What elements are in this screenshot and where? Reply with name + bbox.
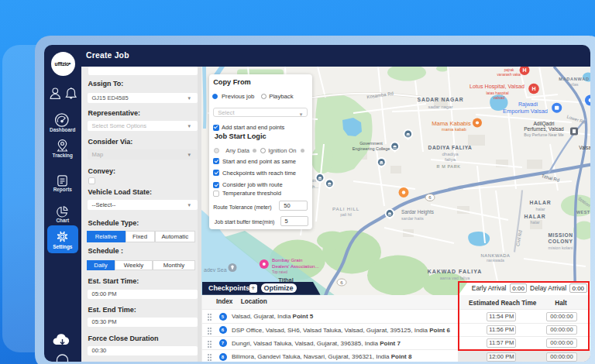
svg-text:Sardar Heights: Sardar Heights bbox=[401, 209, 434, 215]
svg-text:MISSION: MISSION bbox=[548, 232, 573, 238]
svg-text:HALAR: HALAR bbox=[524, 213, 546, 218]
svg-text:COLONY: COLONY bbox=[549, 239, 573, 244]
svg-text:H: H bbox=[522, 67, 526, 73]
svg-text:Emporium Valsad: Emporium Valsad bbox=[503, 107, 548, 114]
svg-text:HALAR: HALAR bbox=[530, 200, 552, 205]
svg-text:KAKWAD FALIYA: KAKWAD FALIYA bbox=[428, 269, 483, 274]
svg-text:pali hil: pali hil bbox=[340, 212, 352, 217]
svg-text:SADAR NAGAR: SADAR NAGAR bbox=[418, 97, 464, 102]
svg-text:pajrak: pajrak bbox=[504, 68, 514, 72]
svg-text:sadar nagar: sadar nagar bbox=[428, 104, 452, 108]
svg-text:R M PARK: R M PARK bbox=[437, 164, 461, 169]
svg-text:halar: halar bbox=[535, 206, 545, 211]
svg-text:Valsa: Valsa bbox=[579, 145, 590, 150]
svg-text:latas haspital: latas haspital bbox=[486, 90, 508, 94]
svg-text:Buy Perfume Near Me: Buy Perfume Near Me bbox=[524, 132, 563, 137]
svg-text:Dealers' Association...: Dealers' Association... bbox=[272, 263, 319, 268]
svg-text:DADIYA FALIYA: DADIYA FALIYA bbox=[428, 145, 473, 150]
svg-text:MADANWAD: MADANWAD bbox=[559, 76, 589, 81]
svg-text:halar: halar bbox=[530, 220, 539, 225]
svg-text:mama kabab: mama kabab bbox=[442, 126, 466, 131]
svg-text:Top rated: Top rated bbox=[272, 270, 287, 273]
svg-text:vanarash vakal: vanarash vakal bbox=[497, 73, 521, 77]
svg-text:Mama Kababis: Mama Kababis bbox=[432, 119, 471, 126]
svg-text:Lotus Hospital, Valsad: Lotus Hospital, Valsad bbox=[469, 83, 524, 90]
svg-text:Bombay Grain: Bombay Grain bbox=[272, 257, 303, 263]
svg-text:sardar haits: sardar haits bbox=[401, 215, 424, 220]
svg-text:Government: Government bbox=[359, 140, 383, 145]
svg-text:adev Sea: adev Sea bbox=[204, 266, 227, 272]
svg-text:Perfumes, Valsad: Perfumes, Valsad bbox=[524, 126, 564, 132]
svg-text:Engineering College: Engineering College bbox=[353, 146, 390, 150]
svg-text:valsad: valsad bbox=[494, 95, 505, 100]
svg-text:nankwada: nankwada bbox=[487, 257, 504, 262]
svg-text:faliya: faliya bbox=[445, 157, 456, 162]
svg-text:PALI HILL: PALI HILL bbox=[332, 206, 359, 211]
svg-text:6: 6 bbox=[340, 279, 343, 284]
svg-text:vilas: vilas bbox=[569, 81, 578, 86]
svg-text:6: 6 bbox=[428, 194, 432, 200]
svg-text:WEST B: WEST B bbox=[576, 209, 590, 214]
svg-text:aama vad faliya: aama vad faliya bbox=[440, 275, 470, 280]
svg-text:H: H bbox=[531, 86, 535, 91]
svg-text:Tithal: Tithal bbox=[278, 276, 294, 283]
svg-text:mision kolani: mision kolani bbox=[549, 245, 573, 249]
svg-text:dhadiya: dhadiya bbox=[442, 152, 459, 156]
